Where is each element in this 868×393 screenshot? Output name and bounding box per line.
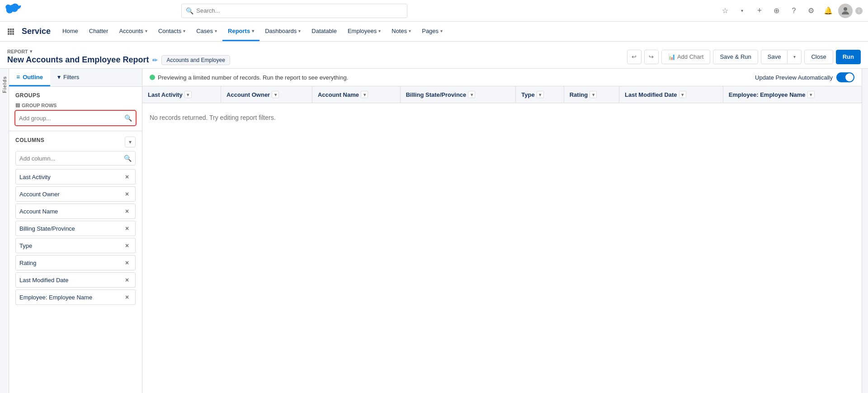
nav-datatable[interactable]: Datatable bbox=[306, 22, 342, 41]
column-remove-type[interactable]: × bbox=[123, 241, 132, 250]
settings-icon-btn[interactable]: ⚙ bbox=[804, 4, 818, 18]
search-input[interactable] bbox=[181, 4, 407, 18]
save-button-group: Save ▾ bbox=[761, 50, 802, 64]
redo-button[interactable]: ↪ bbox=[644, 50, 659, 64]
run-button[interactable]: Run bbox=[836, 50, 861, 64]
save-dropdown-button[interactable]: ▾ bbox=[787, 50, 802, 64]
avatar[interactable] bbox=[838, 4, 853, 18]
report-header: REPORT ▾ New Accounts and Employee Repor… bbox=[0, 42, 868, 69]
nav-accounts[interactable]: Accounts ▾ bbox=[113, 22, 152, 41]
pages-chevron: ▾ bbox=[440, 28, 443, 33]
svg-rect-1 bbox=[8, 28, 9, 30]
svg-rect-3 bbox=[12, 28, 14, 30]
add-column-search-icon: 🔍 bbox=[124, 155, 132, 162]
rows-icon: ▤ bbox=[15, 102, 20, 108]
report-label: REPORT ▾ bbox=[7, 49, 230, 54]
nav-contacts[interactable]: Contacts ▾ bbox=[153, 22, 191, 41]
col-header-6: Last Modified Date▾ bbox=[619, 86, 723, 103]
group-rows-label: ▤ GROUP ROWS bbox=[15, 102, 136, 108]
add-icon-btn[interactable]: + bbox=[752, 4, 767, 18]
col-dropdown-5[interactable]: ▾ bbox=[590, 91, 597, 98]
fields-label: Fields bbox=[2, 76, 7, 93]
column-item-account_name: Account Name × bbox=[15, 204, 136, 219]
col-header-4: Type▾ bbox=[516, 86, 564, 103]
update-preview-toggle[interactable] bbox=[836, 72, 854, 82]
help-icon-btn[interactable]: ? bbox=[787, 4, 801, 18]
column-remove-rating[interactable]: × bbox=[123, 258, 132, 267]
close-button[interactable]: Close bbox=[804, 50, 833, 64]
green-dot bbox=[150, 75, 155, 80]
info-icon[interactable]: i bbox=[855, 7, 863, 14]
svg-rect-5 bbox=[10, 31, 12, 33]
nav-home[interactable]: Home bbox=[57, 22, 84, 41]
nav-cases[interactable]: Cases ▾ bbox=[191, 22, 222, 41]
search-container: 🔍 bbox=[181, 4, 407, 18]
groups-title: Groups bbox=[15, 92, 136, 99]
col-header-3: Billing State/Province▾ bbox=[400, 86, 516, 103]
col-dropdown-7[interactable]: ▾ bbox=[807, 91, 815, 98]
add-chart-button[interactable]: 📊 Add Chart bbox=[661, 50, 711, 64]
columns-dropdown-btn[interactable]: ▾ bbox=[125, 137, 136, 147]
column-remove-employee_name[interactable]: × bbox=[123, 293, 132, 302]
report-header-right: ↩ ↪ 📊 Add Chart Save & Run Save ▾ Close … bbox=[627, 50, 861, 64]
column-remove-account_owner[interactable]: × bbox=[123, 189, 132, 199]
reports-chevron: ▾ bbox=[252, 28, 254, 33]
columns-header: Columns ▾ bbox=[15, 137, 136, 147]
columns-title: Columns bbox=[15, 137, 44, 143]
col-dropdown-3[interactable]: ▾ bbox=[468, 91, 475, 98]
column-item-employee_name: Employee: Employee Name × bbox=[15, 289, 136, 305]
report-table: Last Activity▾Account Owner▾Account Name… bbox=[142, 86, 862, 132]
col-header-1: Account Owner▾ bbox=[221, 86, 312, 103]
col-dropdown-2[interactable]: ▾ bbox=[361, 91, 368, 98]
undo-button[interactable]: ↩ bbox=[627, 50, 642, 64]
svg-rect-8 bbox=[10, 33, 12, 35]
column-label-account_name: Account Name bbox=[19, 208, 58, 215]
contacts-chevron: ▾ bbox=[183, 28, 185, 33]
add-group-input[interactable] bbox=[19, 115, 124, 122]
column-label-account_owner: Account Owner bbox=[19, 191, 60, 198]
grid-icon[interactable] bbox=[4, 22, 18, 41]
tab-outline[interactable]: ≡ Outline bbox=[9, 69, 50, 86]
column-remove-last_activity[interactable]: × bbox=[123, 172, 132, 181]
col-header-0: Last Activity▾ bbox=[142, 86, 221, 103]
report-header-left: REPORT ▾ New Accounts and Employee Repor… bbox=[7, 49, 230, 65]
save-button[interactable]: Save bbox=[761, 50, 788, 64]
column-remove-last_modified_date[interactable]: × bbox=[123, 275, 132, 284]
column-remove-account_name[interactable]: × bbox=[123, 207, 132, 216]
bell-icon-btn[interactable]: 🔔 bbox=[821, 4, 835, 18]
preview-banner-right: Update Preview Automatically bbox=[755, 72, 854, 82]
star-icon-btn[interactable]: ☆ bbox=[718, 4, 732, 18]
tab-filters[interactable]: ▾ Filters bbox=[50, 69, 86, 86]
column-remove-billing_state[interactable]: × bbox=[123, 224, 132, 233]
star-dropdown-btn[interactable]: ▾ bbox=[735, 4, 750, 18]
update-preview-label: Update Preview Automatically bbox=[755, 74, 833, 81]
nav-pages[interactable]: Pages ▾ bbox=[416, 22, 448, 41]
chart-icon: 📊 bbox=[668, 53, 675, 60]
save-run-button[interactable]: Save & Run bbox=[713, 50, 758, 64]
add-group-box[interactable]: 🔍 bbox=[15, 111, 136, 125]
svg-rect-2 bbox=[10, 28, 12, 30]
col-dropdown-6[interactable]: ▾ bbox=[679, 91, 686, 98]
nav-dashboards[interactable]: Dashboards ▾ bbox=[259, 22, 306, 41]
report-label-chevron[interactable]: ▾ bbox=[30, 49, 32, 54]
edit-icon[interactable]: ✏ bbox=[152, 57, 158, 64]
col-dropdown-1[interactable]: ▾ bbox=[272, 91, 279, 98]
fields-sidebar[interactable]: Fields bbox=[0, 69, 9, 393]
column-label-billing_state: Billing State/Province bbox=[19, 225, 75, 232]
add-column-box[interactable]: 🔍 bbox=[15, 151, 136, 166]
headset-icon-btn[interactable]: ⊕ bbox=[769, 4, 784, 18]
col-header-5: Rating▾ bbox=[564, 86, 619, 103]
col-dropdown-4[interactable]: ▾ bbox=[537, 91, 544, 98]
column-label-employee_name: Employee: Employee Name bbox=[19, 294, 92, 301]
accounts-chevron: ▾ bbox=[145, 28, 147, 33]
salesforce-logo[interactable] bbox=[5, 3, 22, 19]
col-dropdown-0[interactable]: ▾ bbox=[184, 91, 192, 98]
right-edge-collapse[interactable] bbox=[862, 69, 868, 393]
nav-notes[interactable]: Notes ▾ bbox=[386, 22, 416, 41]
nav-employees[interactable]: Employees ▾ bbox=[342, 22, 386, 41]
nav-reports[interactable]: Reports ▾ bbox=[222, 22, 259, 41]
no-records-row: No records returned. Try editing report … bbox=[142, 103, 862, 133]
filter-icon: ▾ bbox=[57, 73, 61, 80]
add-column-input[interactable] bbox=[19, 155, 124, 162]
nav-chatter[interactable]: Chatter bbox=[84, 22, 114, 41]
